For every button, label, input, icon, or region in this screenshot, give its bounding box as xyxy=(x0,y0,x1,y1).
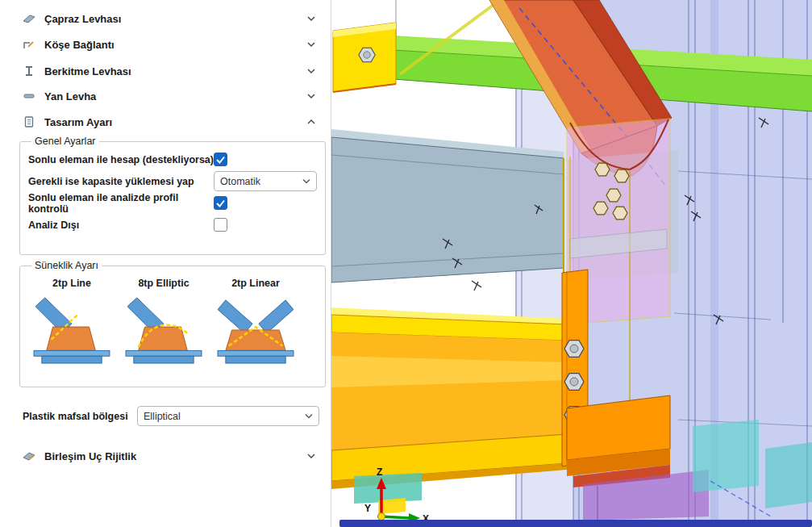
form-row: Gerekli ise kapasite yüklemesi yap Otoma… xyxy=(28,170,317,192)
gray-beam xyxy=(331,129,564,282)
plate-icon xyxy=(23,12,37,25)
section-label: Çapraz Levhası xyxy=(44,13,306,25)
section-label: Köşe Bağlantı xyxy=(44,39,306,51)
chevron-down-icon xyxy=(305,413,313,419)
form-row: Sonlu eleman ile hesap (destekliyorsa) xyxy=(28,148,317,170)
capacity-loading-select[interactable]: Otomatik xyxy=(214,171,317,191)
section-birlesim-uc-rijitlik[interactable]: Birleşim Uç Rijitlik xyxy=(0,444,327,468)
model-view: Z X Y xyxy=(331,0,812,527)
field-label: Sonlu eleman ile analizde profil kontrol… xyxy=(28,192,214,215)
section-label: Berkitme Levhası xyxy=(44,65,306,77)
chevron-down-icon[interactable] xyxy=(306,66,316,76)
chevron-down-icon[interactable] xyxy=(306,40,316,49)
ductility-option-2tp-linear[interactable]: 2tp Linear xyxy=(212,278,299,365)
checkbox-analiz-disi[interactable] xyxy=(214,218,227,232)
design-settings-icon xyxy=(23,115,37,128)
ductility-diagram-elliptic xyxy=(123,294,204,365)
section-label: Birleşim Uç Rijitlik xyxy=(44,450,306,462)
form-row: Analiz Dışı xyxy=(28,214,317,236)
settings-panel: Çapraz Levhası Köşe Bağlantı Berkitme Le… xyxy=(0,0,331,527)
general-settings-group: Genel Ayarlar Sonlu eleman ile hesap (de… xyxy=(19,136,326,255)
section-tasarim-ayari[interactable]: Tasarım Ayarı xyxy=(0,110,327,134)
option-label: 2tp Linear xyxy=(212,278,299,292)
checkbox-finite-element[interactable] xyxy=(214,153,227,166)
bottom-gusset xyxy=(567,395,670,487)
group-title: Süneklik Ayarı xyxy=(31,260,102,271)
y-axis-origin xyxy=(378,513,385,521)
field-label: Sonlu eleman ile hesap (destekliyorsa) xyxy=(28,154,214,165)
select-value: Elliptical xyxy=(144,411,181,422)
chevron-down-icon[interactable] xyxy=(306,451,316,461)
plastic-hinge-select[interactable]: Elliptical xyxy=(137,406,319,426)
chevron-up-icon[interactable] xyxy=(306,117,316,127)
section-label: Tasarım Ayarı xyxy=(44,116,306,128)
side-plate-icon xyxy=(23,90,37,102)
section-label: Yan Levha xyxy=(44,90,306,102)
ductility-diagram-line xyxy=(31,294,112,365)
section-capraz-levhasi[interactable]: Çapraz Levhası xyxy=(0,6,327,31)
check-icon xyxy=(215,154,226,165)
group-title: Genel Ayarlar xyxy=(31,136,99,147)
ductility-group: Süneklik Ayarı 2tp Line 8tp Elliptic xyxy=(19,260,326,387)
field-label: Analiz Dışı xyxy=(28,220,214,231)
ductility-option-2tp-line[interactable]: 2tp Line xyxy=(28,278,115,365)
bottom-blue-bar xyxy=(339,520,812,527)
option-label: 2tp Line xyxy=(28,278,115,292)
chevron-down-icon[interactable] xyxy=(306,91,316,101)
section-kose-baglanti[interactable]: Köşe Bağlantı xyxy=(0,32,327,56)
ductility-diagram-linear xyxy=(215,294,296,365)
ductility-options: 2tp Line 8tp Elliptic xyxy=(28,278,317,365)
section-berkitme-levhasi[interactable]: Berkitme Levhası xyxy=(0,59,327,83)
field-label: Gerekli ise kapasite yüklemesi yap xyxy=(28,176,214,187)
chevron-down-icon[interactable] xyxy=(306,14,316,23)
stiffener-icon xyxy=(23,65,37,77)
axis-label-z: Z xyxy=(377,466,382,478)
field-label: Plastik mafsal bölgesi xyxy=(23,411,137,422)
section-yan-levha[interactable]: Yan Levha xyxy=(0,84,327,108)
option-label: 8tp Elliptic xyxy=(120,278,207,292)
corner-edit-icon xyxy=(23,38,37,51)
joint-edit-icon xyxy=(23,450,37,462)
plastic-hinge-row: Plastik mafsal bölgesi Elliptical xyxy=(23,405,321,427)
select-value: Otomatik xyxy=(220,176,260,187)
viewport-3d[interactable]: Z X Y xyxy=(331,0,812,527)
axis-label-y: Y xyxy=(364,503,371,514)
chevron-down-icon xyxy=(302,178,310,184)
connection-design-window: Çapraz Levhası Köşe Bağlantı Berkitme Le… xyxy=(0,0,812,527)
form-row: Sonlu eleman ile analizde profil kontrol… xyxy=(28,192,317,214)
check-icon xyxy=(215,198,226,208)
checkbox-profile-check[interactable] xyxy=(214,196,227,210)
ductility-option-8tp-elliptic[interactable]: 8tp Elliptic xyxy=(120,278,207,365)
yellow-beam xyxy=(331,307,567,489)
